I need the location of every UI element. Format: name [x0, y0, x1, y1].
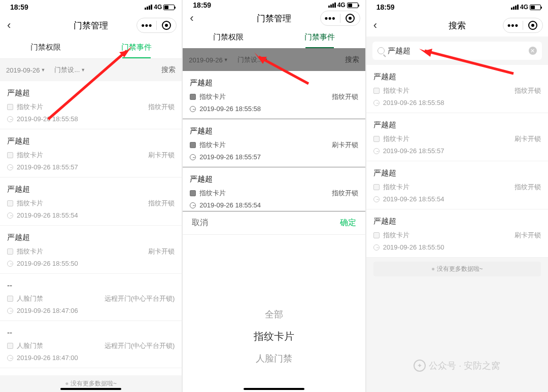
- event-name: 严越超: [373, 217, 541, 226]
- event-method: 指纹开锁: [332, 189, 358, 198]
- tab-permission[interactable]: 门禁权限: [183, 26, 274, 48]
- event-item[interactable]: 严越超 指纹卡片 刷卡开锁 2019-09-26 18:55:50: [0, 226, 182, 274]
- event-time: 2019-09-26 18:55:57: [17, 163, 78, 171]
- event-item[interactable]: 严越超 指纹卡片 刷卡开锁 2019-09-26 18:55:57: [0, 129, 182, 177]
- event-item[interactable]: 严越超 指纹卡片 指纹开锁 2019-09-26 18:55:58: [366, 65, 548, 113]
- event-name: --: [7, 328, 175, 337]
- event-time: 2019-09-26 18:55:54: [383, 195, 444, 203]
- search-bar: 严越超 ✕: [366, 37, 548, 65]
- menu-button[interactable]: •••: [137, 18, 156, 32]
- event-name: 严越超: [7, 88, 175, 98]
- event-time: 2019-09-26 18:55:57: [199, 153, 261, 161]
- event-method: 刷卡开锁: [332, 140, 358, 150]
- status-bar: 18:59 4G: [366, 0, 548, 14]
- menu-button[interactable]: •••: [503, 18, 523, 32]
- close-button[interactable]: [157, 18, 176, 32]
- search-results[interactable]: 严越超 指纹卡片 指纹开锁 2019-09-26 18:55:58 严越超 指纹…: [366, 65, 548, 258]
- clock-icon: [373, 244, 380, 251]
- picker-option-all[interactable]: 全部: [265, 308, 283, 320]
- picker-option-face[interactable]: 人脸门禁: [256, 352, 292, 365]
- wechat-icon: ✦: [414, 360, 426, 372]
- picker-wheel[interactable]: 全部 指纹卡片 人脸门禁: [183, 280, 365, 392]
- event-method: 指纹开锁: [148, 102, 175, 112]
- event-type: 指纹卡片: [383, 134, 409, 144]
- clock-icon: [7, 261, 13, 267]
- tabs: 门禁权限 门禁事件: [183, 26, 365, 49]
- status-right: 4G: [511, 4, 541, 11]
- event-item[interactable]: 严越超 指纹卡片 指纹开锁 2019-09-26 18:55:58: [0, 81, 182, 129]
- event-item[interactable]: 严越超 指纹卡片 指纹开锁 2019-09-26 18:55:54: [0, 177, 182, 226]
- search-input[interactable]: 严越超 ✕: [372, 42, 542, 60]
- status-time: 18:59: [10, 3, 28, 11]
- filter-date[interactable]: 2019-09-26▼: [189, 56, 228, 64]
- watermark: ✦ 公众号 · 安防之窝: [366, 360, 548, 372]
- clock-icon: [7, 212, 13, 219]
- screen-1: 18:59 4G ‹ 门禁管理 ••• 门禁权限 门禁事件 2019-09-26…: [0, 0, 182, 392]
- event-item[interactable]: 严越超 指纹卡片 刷卡开锁 2019-09-26 18:55:57: [366, 113, 548, 161]
- search-value: 严越超: [388, 46, 526, 56]
- event-type: 人脸门禁: [17, 294, 43, 303]
- filter-search-button[interactable]: 搜索: [345, 55, 359, 64]
- event-method: 刷卡开锁: [515, 134, 541, 144]
- status-bar: 18:59 4G: [183, 0, 365, 10]
- event-name: 严越超: [190, 126, 358, 136]
- picker-confirm-button[interactable]: 确定: [340, 218, 356, 228]
- filter-search-button[interactable]: 搜索: [161, 65, 176, 75]
- picker-cancel-button[interactable]: 取消: [192, 218, 208, 228]
- close-button[interactable]: [340, 11, 360, 25]
- status-time: 18:59: [376, 3, 395, 11]
- back-button[interactable]: ‹: [188, 12, 195, 25]
- filter-bar: 2019-09-26▼ 门禁设...▼ 搜索: [183, 49, 365, 71]
- back-button[interactable]: ‹: [371, 19, 379, 32]
- filter-date[interactable]: 2019-09-26▼: [6, 66, 45, 74]
- card-icon: [7, 248, 13, 255]
- no-more-label: ● 没有更多数据啦~: [373, 262, 541, 276]
- picker-sheet: 取消 确定 全部 指纹卡片 人脸门禁: [183, 211, 365, 392]
- picker-option-card[interactable]: 指纹卡片: [254, 330, 294, 343]
- card-icon: [190, 142, 196, 148]
- event-type: 指纹卡片: [383, 231, 409, 240]
- tab-event[interactable]: 门禁事件: [91, 37, 182, 58]
- event-type: 指纹卡片: [17, 151, 43, 160]
- network-label: 4G: [337, 2, 346, 9]
- back-button[interactable]: ‹: [5, 19, 13, 32]
- close-button[interactable]: [523, 18, 542, 32]
- filter-bar: 2019-09-26▼ 门禁设...▼ 搜索: [0, 59, 182, 81]
- card-icon: [190, 94, 196, 100]
- tab-event[interactable]: 门禁事件: [274, 26, 365, 48]
- event-item[interactable]: 严越超 指纹卡片 指纹开锁 2019-09-26 18:55:58: [183, 71, 365, 119]
- clear-button[interactable]: ✕: [529, 47, 537, 55]
- event-item[interactable]: -- 人脸门禁 远程开门(中心平台开锁) 2019-09-26 18:47:00: [0, 321, 182, 368]
- menu-button[interactable]: •••: [321, 11, 340, 25]
- miniprogram-capsule: •••: [503, 18, 543, 33]
- event-item[interactable]: 严越超 指纹卡片 指纹开锁 2019-09-26 18:55:54: [183, 167, 365, 211]
- event-item[interactable]: 严越超 指纹卡片 指纹开锁 2019-09-26 18:55:54: [366, 161, 548, 209]
- home-indicator: [244, 388, 304, 390]
- tab-permission[interactable]: 门禁权限: [0, 37, 91, 58]
- network-label: 4G: [520, 4, 528, 11]
- event-method: 指纹开锁: [332, 92, 358, 101]
- card-icon: [7, 152, 13, 158]
- card-icon: [190, 190, 196, 196]
- event-type: 指纹卡片: [17, 102, 43, 112]
- signal-icon: [145, 5, 152, 10]
- event-name: 严越超: [190, 78, 358, 88]
- filter-device[interactable]: 门禁设...▼: [237, 55, 268, 64]
- filter-device[interactable]: 门禁设...▼: [54, 65, 85, 75]
- event-name: --: [7, 281, 175, 290]
- event-item[interactable]: 严越超 指纹卡片 刷卡开锁 2019-09-26 18:55:57: [183, 119, 365, 167]
- event-method: 远程开门(中心平台开锁): [105, 294, 175, 303]
- miniprogram-capsule: •••: [320, 11, 360, 26]
- event-time: 2019-09-26 18:55:54: [17, 211, 78, 219]
- event-item[interactable]: 严越超 指纹卡片 刷卡开锁 2019-09-26 18:55:50: [366, 209, 548, 258]
- event-type: 指纹卡片: [199, 189, 226, 198]
- event-type: 指纹卡片: [17, 247, 43, 256]
- event-method: 远程开门(中心平台开锁): [105, 341, 175, 350]
- clock-icon: [190, 154, 196, 160]
- search-icon: [378, 47, 385, 54]
- event-list[interactable]: 严越超 指纹卡片 指纹开锁 2019-09-26 18:55:58 严越超 指纹…: [0, 81, 182, 375]
- status-right: 4G: [328, 2, 358, 9]
- event-item[interactable]: -- 人脸门禁 远程开门(中心平台开锁) 2019-09-26 18:47:06: [0, 274, 182, 321]
- event-method: 指纹开锁: [148, 199, 175, 208]
- event-type: 指纹卡片: [199, 92, 226, 101]
